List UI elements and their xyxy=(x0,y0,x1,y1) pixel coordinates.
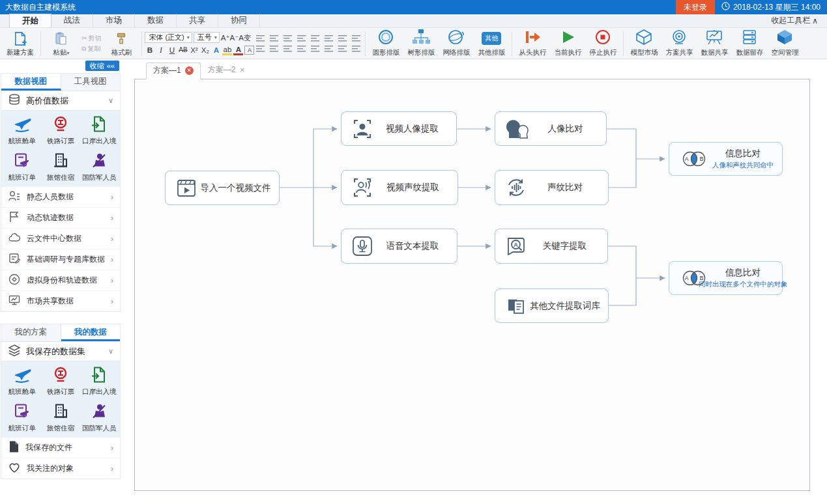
shrink-font-icon[interactable]: A⁻ xyxy=(230,34,239,42)
char-border-icon[interactable]: A xyxy=(244,46,254,55)
flow-node-other-files-lexicon[interactable]: 其他文件提取词库 xyxy=(495,288,609,323)
align-left-icon[interactable] xyxy=(256,45,265,52)
sidebar-list-item[interactable]: 动态轨迹数据› xyxy=(1,207,120,228)
strikethrough-icon[interactable]: AB xyxy=(178,45,188,55)
multilevel-list-icon[interactable] xyxy=(283,35,292,42)
bold-icon[interactable]: B xyxy=(145,45,154,55)
dataset-item[interactable]: 航班舱单 xyxy=(3,115,41,146)
new-plan-button[interactable]: 新建方案 xyxy=(3,29,38,59)
ribbon-tab-5[interactable]: 协同 xyxy=(218,14,260,27)
close-tab-icon[interactable]: ✕ xyxy=(239,66,244,74)
show-marks-icon[interactable] xyxy=(338,35,347,42)
share-button-1[interactable]: 方案共享 xyxy=(661,29,697,59)
sidebar-panel1-tab-1[interactable]: 我的数据 xyxy=(61,324,121,341)
dataset-item[interactable]: 铁路订票 xyxy=(41,115,80,146)
flow-node-import-video[interactable]: 导入一个视频文件 xyxy=(165,171,280,205)
dataset-item[interactable]: 口岸出入境 xyxy=(80,115,119,146)
flow-node-speech-to-text[interactable]: 语音文本提取 xyxy=(341,229,457,264)
diagram-canvas[interactable]: 导入一个视频文件视频人像提取人像比对视频声纹提取声纹比对语音文本提取A关键字提取… xyxy=(134,79,810,491)
superscript-icon[interactable]: X² xyxy=(189,45,199,55)
login-status-badge[interactable]: 未登录 xyxy=(676,0,715,14)
collapse-toolbar-button[interactable]: 收起工具栏 ∧ xyxy=(762,15,827,27)
change-case-icon[interactable]: 变 xyxy=(244,34,252,42)
dataset-item[interactable]: 航班订单 xyxy=(3,152,41,182)
sidebar-collapse-button[interactable]: 收缩 «« xyxy=(85,61,119,71)
share-button-2[interactable]: 数据共享 xyxy=(697,29,732,59)
layout-button-2[interactable]: 网络排版 xyxy=(439,29,474,59)
dataset-item[interactable]: 旅馆住宿 xyxy=(41,402,80,433)
borders-icon[interactable] xyxy=(352,45,360,52)
sidebar-list-item[interactable]: 市场共享数据› xyxy=(1,290,120,311)
shading-icon[interactable] xyxy=(338,45,347,52)
exec-button-1[interactable]: 当前执行 xyxy=(550,29,585,59)
numbered-list-icon[interactable] xyxy=(270,35,278,42)
indent-increase-icon[interactable] xyxy=(311,35,319,42)
share-button-3[interactable]: 数据留存 xyxy=(732,29,767,59)
sidebar-list-item[interactable]: 基础调研与专题库数据› xyxy=(1,249,120,270)
flow-node-info-compare-1[interactable]: AB信息比对人像和声纹共同命中 xyxy=(669,142,783,176)
sidebar-section-header[interactable]: 高价值数据∨ xyxy=(1,91,120,111)
railway-icon xyxy=(52,115,69,135)
distribute-icon[interactable] xyxy=(311,45,319,52)
flow-node-voiceprint-compare[interactable]: 声纹比对 xyxy=(495,170,609,205)
sidebar-list-item[interactable]: 虚拟身份和轨迹数据› xyxy=(1,270,120,290)
align-center-icon[interactable] xyxy=(270,45,278,52)
plan-tab-1[interactable]: 方案—2✕ xyxy=(201,62,252,79)
dataset-item[interactable]: 国防军人员 xyxy=(80,152,119,182)
subscript-icon[interactable]: X₂ xyxy=(200,45,210,55)
flow-node-keyword-extract[interactable]: A关键字提取 xyxy=(495,229,608,264)
ribbon-tab-1[interactable]: 战法 xyxy=(51,14,93,27)
font-color-icon[interactable]: A xyxy=(233,46,243,55)
sidebar-panel0-tab-1[interactable]: 工具视图 xyxy=(61,74,121,91)
close-tab-icon[interactable]: ✕ xyxy=(185,66,194,75)
sidebar-list-item[interactable]: 我关注的对象› xyxy=(1,458,120,479)
cut-button[interactable]: ✂剪切 xyxy=(80,34,102,43)
dataset-item[interactable]: 口岸出入境 xyxy=(80,366,119,397)
bullet-list-icon[interactable] xyxy=(256,35,265,42)
underline-icon[interactable]: U xyxy=(167,45,177,55)
layout-button-1[interactable]: 树形排版 xyxy=(403,29,439,59)
align-justify-icon[interactable] xyxy=(297,45,306,52)
dataset-item[interactable]: 旅馆住宿 xyxy=(41,152,80,182)
flow-node-face-compare[interactable]: 人像比对 xyxy=(495,111,607,146)
clear-format-icon[interactable]: A xyxy=(239,34,244,42)
share-button-4[interactable]: 空间管理 xyxy=(767,29,802,59)
line-spacing-icon[interactable] xyxy=(325,45,333,52)
flow-node-voiceprint-extract[interactable]: 视频声纹提取 xyxy=(341,170,458,205)
dataset-item[interactable]: 国防军人员 xyxy=(80,402,119,433)
italic-icon[interactable]: I xyxy=(156,45,166,55)
copy-button[interactable]: ⧉复制 xyxy=(80,44,102,53)
layout-button-0[interactable]: 圆形排版 xyxy=(368,29,403,59)
dataset-item[interactable]: 铁路订票 xyxy=(41,366,80,397)
exec-button-0[interactable]: 从头执行 xyxy=(515,29,550,59)
paste-button[interactable]: 粘贴▾ xyxy=(44,29,79,59)
flow-node-info-compare-2[interactable]: AB信息比对同时出现在多个文件中的对象 xyxy=(669,261,783,295)
indent-decrease-icon[interactable] xyxy=(297,35,306,42)
ribbon-tab-2[interactable]: 市场 xyxy=(93,14,135,27)
flow-node-face-extract[interactable]: 视频人像提取 xyxy=(341,111,457,146)
grow-font-icon[interactable]: A⁺ xyxy=(221,34,230,42)
format-painter-button[interactable]: 格式刷 xyxy=(104,29,139,59)
exec-button-2[interactable]: 停止执行 xyxy=(585,29,620,59)
plan-tab-0[interactable]: 方案—1✕ xyxy=(146,63,201,79)
highlight-icon[interactable]: ab xyxy=(222,46,232,55)
sidebar-list-item[interactable]: 云文件中心数据› xyxy=(1,228,120,249)
sidebar-list-item[interactable]: 静态人员数据› xyxy=(1,186,120,207)
ribbon-tab-4[interactable]: 共享 xyxy=(177,14,218,27)
sort-icon[interactable] xyxy=(325,35,333,42)
table-icon[interactable] xyxy=(352,35,360,42)
font-family-select[interactable]: 宋体 (正文)▾ xyxy=(145,32,192,43)
sidebar-section-header[interactable]: 我保存的数据集∨ xyxy=(1,342,120,361)
ribbon-tab-0[interactable]: 开始 xyxy=(9,14,51,27)
sidebar-panel0-tab-0[interactable]: 数据视图 xyxy=(1,74,61,91)
ribbon-tab-3[interactable]: 数据 xyxy=(135,14,177,27)
share-button-0[interactable]: 模型市场 xyxy=(626,29,661,59)
text-effect-icon[interactable]: A xyxy=(211,45,221,55)
sidebar-list-item[interactable]: 我保存的文件› xyxy=(1,437,120,458)
sidebar-panel1-tab-0[interactable]: 我的方案 xyxy=(1,324,61,341)
dataset-item[interactable]: 航班舱单 xyxy=(3,366,41,397)
dataset-item[interactable]: 航班订单 xyxy=(3,402,41,433)
font-size-select[interactable]: 五号▾ xyxy=(194,32,220,43)
layout-button-3[interactable]: 其他其他排版 xyxy=(474,29,509,59)
align-right-icon[interactable] xyxy=(283,45,292,52)
